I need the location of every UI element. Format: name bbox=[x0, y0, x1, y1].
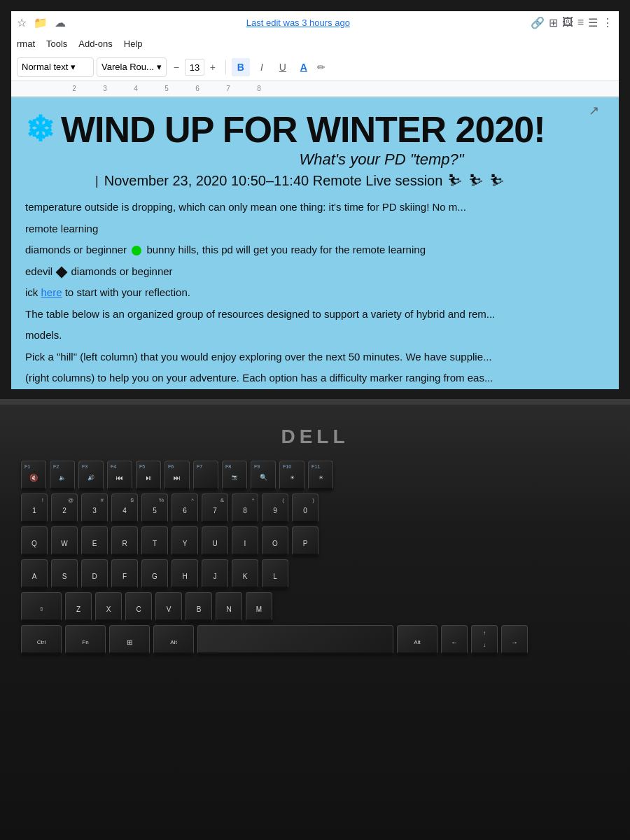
number-key-row: !1 @2 #3 $4 %5 ^6 &7 *8 (9 )0 bbox=[21, 493, 609, 523]
key-f3[interactable]: F3 🔊 bbox=[78, 461, 104, 490]
insert-icon[interactable]: ⊞ bbox=[549, 16, 558, 29]
font-dropdown[interactable]: Varela Rou... ▾ bbox=[97, 57, 167, 77]
key-p[interactable]: P bbox=[292, 526, 318, 556]
key-z[interactable]: Z bbox=[65, 592, 92, 622]
top-bar-icons: ☆ 📁 ☁ bbox=[17, 16, 66, 29]
bold-button[interactable]: B bbox=[232, 58, 250, 76]
dell-logo: DELL bbox=[281, 426, 349, 448]
doc-content[interactable]: ↗ ❄ WIND UP FOR WINTER 2020! What's your… bbox=[11, 97, 619, 389]
key-m[interactable]: M bbox=[246, 592, 272, 622]
key-o[interactable]: O bbox=[262, 526, 288, 556]
last-edit-label: Last edit was 3 hours ago bbox=[71, 18, 525, 28]
snowflake-icon: ❄ bbox=[25, 112, 54, 147]
cursor-icon: ↗ bbox=[589, 103, 599, 118]
separator-1 bbox=[225, 60, 226, 74]
key-f9[interactable]: F9 🔍 bbox=[251, 461, 276, 490]
key-x[interactable]: X bbox=[95, 592, 122, 622]
ruler-4: 4 bbox=[120, 85, 151, 92]
here-link[interactable]: here bbox=[41, 286, 62, 298]
color-button[interactable]: A bbox=[295, 58, 313, 76]
italic-button[interactable]: I bbox=[253, 58, 271, 76]
key-a[interactable]: A bbox=[21, 559, 48, 589]
key-arrow-right[interactable]: → bbox=[501, 625, 528, 654]
key-rparen[interactable]: )0 bbox=[292, 493, 318, 523]
ski-emoji-1: ⛷ bbox=[448, 172, 463, 190]
key-f2[interactable]: F2 🔈 bbox=[50, 461, 75, 490]
key-g[interactable]: G bbox=[141, 559, 168, 589]
key-f7[interactable]: F7 bbox=[193, 461, 218, 490]
key-alt-right[interactable]: Alt bbox=[397, 625, 438, 654]
key-c[interactable]: C bbox=[125, 592, 152, 622]
key-e[interactable]: E bbox=[81, 526, 108, 556]
list-icon[interactable]: ☰ bbox=[588, 16, 598, 29]
menu-format[interactable]: rmat bbox=[17, 38, 35, 49]
key-b[interactable]: B bbox=[186, 592, 212, 622]
menu-addons[interactable]: Add-ons bbox=[78, 38, 112, 49]
folder-icon[interactable]: 📁 bbox=[34, 16, 48, 29]
image-icon[interactable]: 🖼 bbox=[562, 16, 573, 29]
font-size-increase[interactable]: + bbox=[206, 60, 220, 74]
key-win[interactable]: ⊞ bbox=[109, 625, 150, 654]
key-v[interactable]: V bbox=[155, 592, 182, 622]
key-k[interactable]: K bbox=[232, 559, 258, 589]
key-j[interactable]: J bbox=[202, 559, 228, 589]
ruler-5: 5 bbox=[151, 85, 182, 92]
key-ampersand[interactable]: &7 bbox=[202, 493, 228, 523]
key-f11[interactable]: F11 ☀ bbox=[308, 461, 333, 490]
key-f1[interactable]: F1 🔇 bbox=[21, 461, 46, 490]
green-dot-icon bbox=[132, 246, 141, 255]
key-d[interactable]: D bbox=[81, 559, 108, 589]
key-ctrl[interactable]: Ctrl bbox=[21, 625, 62, 654]
key-f6[interactable]: F6 ⏭ bbox=[164, 461, 190, 490]
pen-icon[interactable]: ✏ bbox=[317, 62, 326, 73]
link-icon[interactable]: 🔗 bbox=[531, 16, 545, 29]
body-para-6: The table below is an organized group of… bbox=[25, 307, 598, 323]
key-shift-left[interactable]: ⇧ bbox=[21, 592, 62, 622]
key-at[interactable]: @2 bbox=[51, 493, 78, 523]
key-arrow-up-down[interactable]: ↑ ↓ bbox=[471, 625, 498, 654]
fn-key-row: F1 🔇 F2 🔈 F3 🔊 F4 ⏮ F5 ⏯ F6 ⏭ bbox=[21, 461, 609, 490]
key-t[interactable]: T bbox=[141, 526, 168, 556]
font-size-value[interactable]: 13 bbox=[185, 59, 204, 76]
key-fn[interactable]: Fn bbox=[65, 625, 106, 654]
key-u[interactable]: U bbox=[202, 526, 228, 556]
key-y[interactable]: Y bbox=[172, 526, 198, 556]
key-hash[interactable]: #3 bbox=[81, 493, 108, 523]
laptop-screen-bezel: ☆ 📁 ☁ Last edit was 3 hours ago 🔗 ⊞ 🖼 ≡ … bbox=[0, 0, 630, 398]
key-s[interactable]: S bbox=[51, 559, 78, 589]
key-space[interactable] bbox=[197, 625, 393, 654]
key-asterisk[interactable]: *8 bbox=[232, 493, 258, 523]
key-exclaim[interactable]: !1 bbox=[21, 493, 48, 523]
key-f[interactable]: F bbox=[111, 559, 138, 589]
ruler-6: 6 bbox=[182, 85, 213, 92]
key-f10[interactable]: F10 ☀ bbox=[279, 461, 304, 490]
font-chevron: ▾ bbox=[157, 62, 162, 72]
more-icon[interactable]: ⋮ bbox=[602, 16, 613, 29]
key-f8[interactable]: F8 📷 bbox=[222, 461, 247, 490]
menu-help[interactable]: Help bbox=[124, 38, 143, 49]
font-size-decrease[interactable]: − bbox=[169, 60, 183, 74]
key-l[interactable]: L bbox=[262, 559, 288, 589]
style-dropdown[interactable]: Normal text ▾ bbox=[17, 57, 94, 77]
key-h[interactable]: H bbox=[172, 559, 198, 589]
key-w[interactable]: W bbox=[51, 526, 78, 556]
toolbar-container: ☆ 📁 ☁ Last edit was 3 hours ago 🔗 ⊞ 🖼 ≡ … bbox=[11, 11, 619, 97]
zxcv-row: ⇧ Z X C V B N M bbox=[21, 592, 609, 622]
key-n[interactable]: N bbox=[216, 592, 242, 622]
key-alt[interactable]: Alt bbox=[153, 625, 194, 654]
key-i[interactable]: I bbox=[232, 526, 258, 556]
key-lparen[interactable]: (9 bbox=[262, 493, 288, 523]
align-icon[interactable]: ≡ bbox=[578, 16, 584, 29]
cloud-icon[interactable]: ☁ bbox=[55, 16, 66, 29]
key-f5[interactable]: F5 ⏯ bbox=[136, 461, 161, 490]
key-q[interactable]: Q bbox=[21, 526, 48, 556]
star-icon[interactable]: ☆ bbox=[17, 16, 27, 29]
key-r[interactable]: R bbox=[111, 526, 138, 556]
key-arrow-left[interactable]: ← bbox=[441, 625, 468, 654]
key-f4[interactable]: F4 ⏮ bbox=[107, 461, 132, 490]
key-caret[interactable]: ^6 bbox=[172, 493, 198, 523]
key-percent[interactable]: %5 bbox=[141, 493, 168, 523]
underline-button[interactable]: U bbox=[274, 58, 292, 76]
menu-tools[interactable]: Tools bbox=[46, 38, 67, 49]
key-dollar[interactable]: $4 bbox=[111, 493, 138, 523]
